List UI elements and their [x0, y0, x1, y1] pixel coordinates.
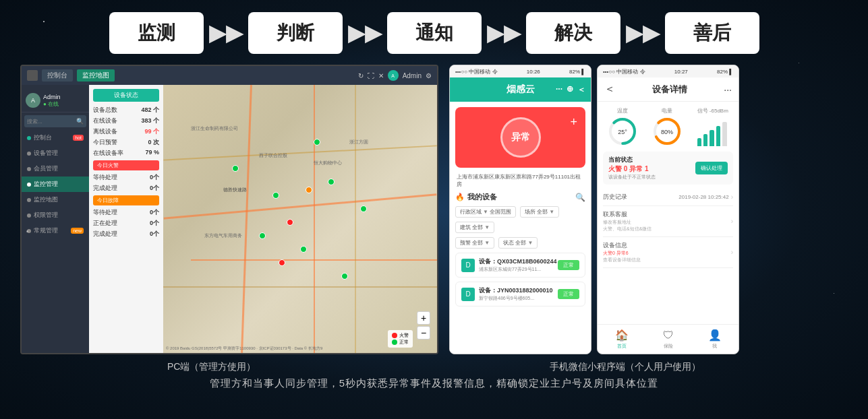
filter-status[interactable]: 状态 全部 ▼	[498, 237, 538, 249]
map-device-dot-green	[314, 139, 320, 146]
nav-monitor[interactable]: 监控管理	[22, 176, 89, 192]
pc-topbar: 控制台 监控地图 ↻ ⛶ ✕ A Admin ⚙	[22, 66, 437, 85]
admin-avatar: A	[388, 70, 399, 81]
phone2-battery: 82% ▌	[717, 69, 733, 75]
device-status-1[interactable]: 正常	[558, 260, 579, 270]
stat-label: 在线设备率	[93, 149, 123, 158]
more-icon[interactable]: ···	[556, 84, 562, 96]
device-item-2[interactable]: D 设备：JYN0031882000010 新宁假路486号9号楼605... …	[455, 282, 585, 307]
stat-value: 79 %	[145, 149, 159, 158]
device-addr-1: 浦东新区东城街77弄29号11...	[479, 266, 558, 273]
history-row[interactable]: 历史记录 2019-02-28 10:25:42 ›	[603, 189, 733, 206]
map-label: 浙江生命制药有限公司	[191, 125, 238, 132]
signal-bar	[722, 122, 726, 146]
stat-value-red: 99 个	[144, 127, 159, 136]
nav-permission-label: 权限管理	[34, 211, 58, 220]
pc-topbar-right: ↻ ⛶ ✕ A Admin ⚙	[358, 70, 432, 81]
tab-home[interactable]: 🏠 首页	[615, 329, 629, 350]
pc-map[interactable]: 浙江生命制药有限公司 西子联合控股 德胜快速路 东方电气车用商务 恒大购物中心 …	[163, 85, 437, 353]
gauge-temp-label: 温度	[608, 107, 637, 115]
alarm-status-circle: 异常	[500, 117, 541, 158]
fire-done: 完成处理 0个	[93, 184, 159, 193]
device-status-filter[interactable]: 设备状态	[93, 89, 159, 102]
stat-label: 在线设备	[93, 117, 117, 125]
nav-permission[interactable]: 权限管理	[22, 207, 89, 223]
device-status-2[interactable]: 正常	[558, 289, 579, 299]
phone1-title: 烟感云	[507, 84, 535, 96]
svg-text:80%: 80%	[661, 129, 673, 135]
service-row[interactable]: 联系客服 修改客服地址 火警、电话&短信&微信 ›	[603, 206, 733, 237]
device-icon: D	[461, 259, 475, 272]
map-road	[355, 85, 356, 353]
pc-tab-dashboard[interactable]: 控制台	[42, 69, 73, 82]
flow-arrow-3: ▶▶	[487, 20, 521, 46]
signal-bar-chart	[697, 117, 727, 146]
filter-label: 建筑 全部	[460, 224, 483, 231]
signal-bar	[697, 138, 701, 146]
pc-tab-map[interactable]: 监控地图	[77, 69, 115, 82]
tab-insurance-label: 保险	[664, 343, 673, 350]
device-item-1[interactable]: D 设备：QX03CM18B0600244 浦东新区东城街77弄29号11...…	[455, 253, 585, 278]
filter-region[interactable]: 行政区域 ▼ 全国范围	[455, 206, 516, 218]
alarm-address: 上海市浦东新区康东新区票和路77弄29号11101出租房	[455, 173, 585, 188]
flow-arrow-2: ▶▶	[348, 20, 382, 46]
refresh-icon[interactable]: ↻	[358, 72, 364, 79]
fire-waiting: 等待处理 0个	[93, 173, 159, 182]
nav-dashboard[interactable]: 控制台 hot	[22, 130, 89, 146]
close-icon[interactable]: ✕	[378, 72, 384, 79]
device-filters-2: 预警 全部 ▼ 状态 全部 ▼	[455, 237, 585, 249]
device-info-row[interactable]: 设备信息 火警0 异常6 查看设备详细信息 ›	[603, 237, 733, 268]
more-button[interactable]: ···	[724, 84, 732, 95]
alarm-card[interactable]: 异常 +	[455, 107, 585, 168]
zoom-out-button[interactable]: −	[417, 326, 430, 340]
fire-icon: 🔥	[455, 193, 465, 201]
map-device-dot-green	[232, 165, 239, 172]
chevron-icon: ▼	[484, 224, 490, 230]
map-road	[314, 85, 315, 353]
service-subtitle: 修改客服地址	[603, 219, 652, 226]
nav-member[interactable]: 会员管理	[22, 161, 89, 176]
map-device-dot-green	[272, 192, 279, 199]
fault-stat-value: 0个	[150, 208, 159, 217]
phone-screenshots: •••○○ 中国移动 令 10:26 82% ▌ 烟感云 ··· ⊕ ＜ 异常	[449, 65, 739, 354]
search-placeholder: 搜索...	[27, 118, 42, 125]
sidebar-search[interactable]: 搜索... 🔍	[24, 115, 86, 127]
settings-icon[interactable]: ⚙	[426, 72, 432, 79]
back-icon[interactable]: ＜	[577, 84, 585, 96]
search-devices-icon[interactable]: 🔍	[575, 193, 585, 202]
nav-general[interactable]: 常规管理 new	[22, 223, 89, 238]
back-button[interactable]: ＜	[604, 82, 615, 96]
fullscreen-icon[interactable]: ⛶	[368, 72, 374, 79]
gauge-temperature: 温度 25°	[608, 107, 637, 146]
nav-device[interactable]: 设备管理	[22, 146, 89, 161]
phone1-battery: 82% ▌	[569, 69, 585, 75]
flow-step-4: 解决	[526, 12, 620, 54]
tab-insurance[interactable]: 🛡 保险	[663, 329, 674, 350]
map-device-dot-green	[300, 246, 307, 253]
filter-building[interactable]: 建筑 全部 ▼	[455, 222, 494, 233]
map-label: 西子联合控股	[259, 152, 287, 159]
zoom-in-button[interactable]: +	[417, 311, 430, 325]
filter-alarm[interactable]: 预警 全部 ▼	[455, 237, 494, 249]
bottom-desc: 管理方和当事人同步管理，5秒内获悉异常事件及报警信息，精确锁定业主户号及房间具体…	[210, 377, 658, 390]
phone-screen-1: •••○○ 中国移动 令 10:26 82% ▌ 烟感云 ··· ⊕ ＜ 异常	[449, 65, 591, 354]
gauge-signal-label: 信号 -65dBm	[697, 107, 728, 115]
pc-sidebar: A Admin ● 在线 搜索... 🔍 控制台 hot	[22, 85, 89, 353]
my-devices-header: 🔥 我的设备 🔍	[455, 192, 585, 202]
nav-device-label: 设备管理	[34, 149, 58, 158]
flow-row: 监测 ▶▶ 判断 ▶▶ 通知 ▶▶ 解决 ▶▶ 善后	[20, 12, 848, 54]
add-device-icon[interactable]: +	[570, 115, 577, 129]
confirm-button[interactable]: 确认处理	[695, 162, 728, 174]
phone1-navbar: 烟感云 ··· ⊕ ＜	[450, 77, 591, 102]
gauge-row: 温度 25° 电量	[603, 107, 733, 146]
phone1-time: 10:26	[527, 69, 540, 75]
map-device-dot-green	[328, 179, 335, 185]
map-label: 东方电气车用商务	[204, 232, 242, 239]
map-road	[241, 85, 252, 353]
tab-me[interactable]: 👤 我	[708, 329, 722, 350]
add-icon[interactable]: ⊕	[567, 84, 573, 96]
nav-map[interactable]: 监控地图	[22, 192, 89, 207]
history-label: 历史记录	[603, 193, 627, 201]
map-device-dot-green	[259, 232, 266, 239]
filter-place[interactable]: 场所 全部 ▼	[520, 206, 559, 218]
